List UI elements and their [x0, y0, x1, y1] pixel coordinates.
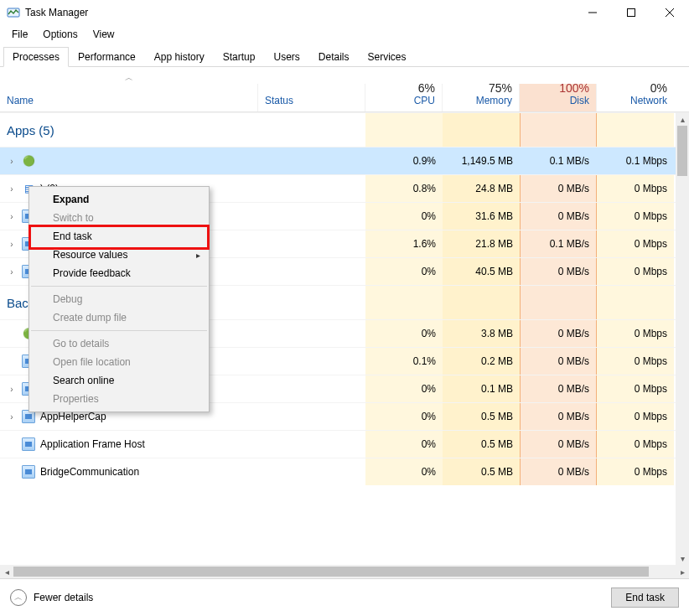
task-manager-icon [7, 6, 20, 19]
disk-value: 0 MB/s [520, 320, 597, 347]
col-memory[interactable]: 75% Memory [443, 84, 520, 111]
process-name: Application Frame Host [40, 438, 145, 450]
disk-value: 0 MB/s [520, 175, 597, 202]
minimize-icon [588, 8, 597, 17]
cpu-value: 0.8% [365, 175, 443, 202]
section-apps[interactable]: Apps (5) [0, 112, 676, 147]
ctx-separator [31, 286, 207, 287]
col-cpu[interactable]: 6% CPU [365, 84, 443, 111]
table-row[interactable]: BridgeCommunication 0% 0.5 MB 0 MB/s 0 M… [0, 458, 676, 485]
window-title: Task Manager [25, 7, 88, 18]
maximize-button[interactable] [612, 0, 650, 25]
disk-value: 0 MB/s [520, 431, 597, 458]
mem-value: 0.5 MB [443, 403, 520, 430]
menu-file[interactable]: File [5, 27, 34, 42]
net-value: 0 Mbps [597, 458, 674, 485]
process-icon [22, 437, 35, 451]
ctx-properties: Properties [29, 390, 209, 408]
cpu-value: 0% [365, 258, 443, 285]
net-value: 0 Mbps [597, 230, 674, 257]
disk-value: 0.1 MB/s [520, 148, 597, 174]
net-value: 0 Mbps [597, 431, 674, 458]
section-apps-label: Apps (5) [7, 123, 54, 137]
col-name-label: Name [7, 95, 251, 106]
net-value: 0 Mbps [597, 348, 674, 375]
ctx-debug: Debug [29, 290, 209, 308]
ctx-switch-to: Switch to [29, 209, 209, 227]
cpu-value: 0% [365, 375, 443, 402]
col-disk[interactable]: 100% Disk [520, 84, 597, 111]
scroll-thumb-h[interactable] [13, 567, 649, 577]
mem-value: 0.1 MB [443, 375, 520, 402]
net-value: 0.1 Mbps [597, 148, 674, 174]
table-row[interactable]: ›🟢 0.9% 1,149.5 MB 0.1 MB/s 0.1 Mbps [0, 147, 676, 174]
tab-performance[interactable]: Performance [69, 47, 145, 66]
cpu-value: 0% [365, 458, 443, 485]
mem-value: 1,149.5 MB [443, 148, 520, 174]
col-cpu-pct: 6% [372, 81, 435, 95]
col-cpu-label: CPU [372, 95, 435, 106]
disk-value: 0.1 MB/s [520, 230, 597, 257]
scroll-thumb[interactable] [677, 126, 687, 176]
vertical-scrollbar[interactable]: ▴ ▾ [676, 112, 689, 565]
mem-value: 0.2 MB [443, 348, 520, 375]
table-row[interactable]: Application Frame Host 0% 0.5 MB 0 MB/s … [0, 430, 676, 458]
menu-view[interactable]: View [86, 27, 122, 42]
col-name[interactable]: ︿ Name [0, 84, 258, 111]
ctx-search-online[interactable]: Search online [29, 371, 209, 390]
mem-value: 40.5 MB [443, 258, 520, 285]
mem-value: 24.8 MB [443, 175, 520, 202]
cpu-value: 0% [365, 431, 443, 458]
tab-users[interactable]: Users [264, 47, 308, 66]
fewer-details-label[interactable]: Fewer details [34, 592, 93, 603]
mem-value: 21.8 MB [443, 230, 520, 257]
tab-processes[interactable]: Processes [3, 47, 69, 67]
net-value: 0 Mbps [597, 403, 674, 430]
scroll-up-icon[interactable]: ▴ [676, 112, 689, 126]
col-net-pct: 0% [604, 81, 667, 95]
menu-options[interactable]: Options [36, 27, 84, 42]
tab-services[interactable]: Services [359, 47, 416, 66]
scroll-left-icon[interactable]: ◂ [0, 565, 13, 578]
disk-value: 0 MB/s [520, 258, 597, 285]
ctx-end-task[interactable]: End task [29, 227, 209, 246]
scroll-down-icon[interactable]: ▾ [676, 551, 689, 565]
cpu-value: 0.9% [365, 148, 443, 174]
chevron-right-icon: › [7, 385, 17, 394]
column-headers: ︿ Name Status 6% CPU 75% Memory 100% Dis… [0, 67, 689, 112]
col-status-label: Status [265, 95, 358, 106]
ctx-provide-feedback[interactable]: Provide feedback [29, 264, 209, 282]
col-status[interactable]: Status [258, 84, 365, 111]
section-bg-label: Bac [7, 296, 28, 310]
cpu-value: 1.6% [365, 230, 443, 257]
ctx-resource-values[interactable]: Resource values ▸ [29, 246, 209, 264]
process-icon [22, 465, 35, 479]
chevron-right-icon: › [7, 212, 17, 221]
horizontal-scrollbar[interactable]: ◂ ▸ [0, 565, 689, 578]
mem-value: 0.5 MB [443, 431, 520, 458]
fewer-details-toggle[interactable]: ︿ [10, 589, 27, 606]
minimize-button[interactable] [573, 0, 612, 25]
chevron-up-icon: ︿ [14, 592, 23, 603]
submenu-arrow-icon: ▸ [196, 251, 200, 260]
disk-value: 0 MB/s [520, 375, 597, 402]
ctx-open-file-location: Open file location [29, 353, 209, 371]
mem-value: 31.6 MB [443, 203, 520, 230]
tab-details[interactable]: Details [309, 47, 359, 66]
ctx-expand[interactable]: Expand [29, 190, 209, 209]
net-value: 0 Mbps [597, 175, 674, 202]
scroll-right-icon[interactable]: ▸ [676, 565, 689, 578]
close-button[interactable] [650, 0, 689, 25]
col-network[interactable]: 0% Network [597, 84, 674, 111]
mem-value: 0.5 MB [443, 458, 520, 485]
tab-app-history[interactable]: App history [145, 47, 214, 66]
scroll-track-h[interactable] [13, 565, 676, 578]
chevron-right-icon: › [7, 412, 17, 422]
maximize-icon [627, 8, 635, 17]
titlebar: Task Manager [0, 0, 689, 25]
end-task-button[interactable]: End task [611, 588, 679, 608]
scroll-track[interactable] [676, 126, 689, 551]
tab-startup[interactable]: Startup [214, 47, 265, 66]
close-icon [666, 8, 674, 17]
ctx-create-dump: Create dump file [29, 308, 209, 327]
